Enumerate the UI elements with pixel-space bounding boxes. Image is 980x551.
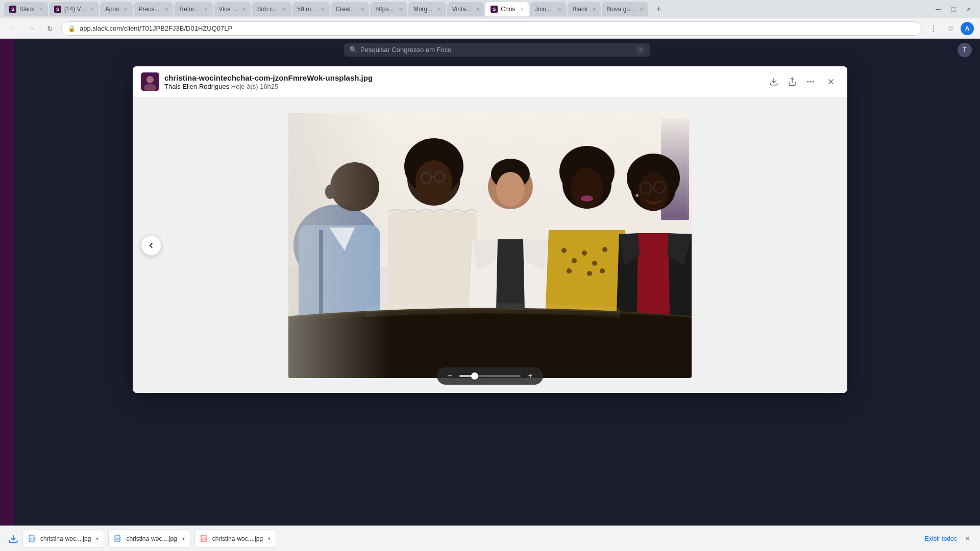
search-icon: 🔍: [349, 46, 357, 54]
tab-label: Morg...: [413, 6, 432, 13]
file-icon-3: JPG: [200, 535, 208, 543]
svg-text:JPG: JPG: [116, 537, 121, 540]
tab-close-icon[interactable]: ×: [361, 6, 364, 12]
close-window-button[interactable]: ×: [962, 2, 976, 16]
slack-search[interactable]: 🔍 Pesquisar Congresso em Foco ?: [344, 43, 650, 57]
tab-close-icon[interactable]: ×: [321, 6, 324, 12]
download-chevron-2[interactable]: ▾: [182, 536, 185, 541]
image-viewer: christina-wocintechchat-com-jzonFmreWok-…: [133, 66, 847, 393]
tab-close-icon[interactable]: ×: [558, 6, 561, 12]
tab-label: https...: [375, 6, 394, 13]
tab-close-icon[interactable]: ×: [437, 6, 440, 12]
tab-label-chris: Chris: [501, 6, 515, 13]
tab-sob[interactable]: Sob c... ×: [252, 2, 291, 16]
svg-point-40: [587, 271, 592, 276]
download-button[interactable]: [766, 73, 782, 90]
user-avatar[interactable]: T: [958, 43, 972, 57]
share-button[interactable]: [784, 73, 800, 90]
close-downloads-button[interactable]: ×: [963, 532, 972, 545]
download-name-3: christina-woc....jpg: [212, 535, 263, 542]
download-item-3[interactable]: JPG christina-woc....jpg ▾: [194, 530, 276, 548]
tab-close-icon[interactable]: ×: [283, 6, 286, 12]
more-options-button[interactable]: [802, 73, 819, 90]
tab-close-icon[interactable]: ×: [39, 6, 42, 12]
extensions-button[interactable]: ⋮: [926, 21, 940, 36]
lock-icon: 🔒: [68, 25, 76, 32]
svg-point-44: [638, 172, 669, 211]
download-item-1[interactable]: JPG christina-woc....jpg ▾: [22, 530, 104, 548]
svg-point-39: [567, 268, 572, 273]
tab-close-icon[interactable]: ×: [204, 6, 207, 12]
zoom-slider-track[interactable]: [459, 375, 521, 377]
viewer-body: − +: [133, 97, 847, 393]
zoom-out-button[interactable]: −: [444, 370, 455, 382]
maximize-button[interactable]: □: [946, 2, 961, 16]
new-tab-button[interactable]: +: [651, 2, 666, 16]
tab-14v[interactable]: S (14) V... ×: [49, 2, 99, 16]
tab-refor[interactable]: Refor... ×: [174, 2, 212, 16]
tab-creat[interactable]: Creat... ×: [331, 2, 370, 16]
tab-slack[interactable]: S Slack ×: [4, 2, 48, 16]
svg-point-7: [813, 81, 814, 83]
tab-chris[interactable]: S Chris ×: [485, 2, 528, 16]
tab-label: Refor...: [179, 6, 199, 13]
tab-close-icon[interactable]: ×: [124, 6, 127, 12]
svg-point-34: [561, 248, 567, 253]
tab-preca[interactable]: Preca... ×: [134, 2, 174, 16]
tab-close-icon[interactable]: ×: [242, 6, 246, 12]
tab-vice[interactable]: Vice ... ×: [214, 2, 251, 16]
zoom-in-button[interactable]: +: [525, 370, 536, 382]
zoom-controls: − +: [437, 367, 543, 385]
tab-close-icon[interactable]: ×: [90, 6, 93, 12]
tab-close-icon[interactable]: ×: [476, 6, 479, 12]
back-button[interactable]: ←: [6, 21, 20, 36]
tab-vinta[interactable]: Vinta... ×: [447, 2, 485, 16]
download-chevron-3[interactable]: ▾: [268, 536, 271, 541]
tab-nova[interactable]: Nova gu... ×: [602, 2, 648, 16]
svg-point-6: [810, 81, 812, 83]
tab-apos[interactable]: Após ×: [100, 2, 133, 16]
uploader-avatar: [141, 72, 159, 91]
tab-label-black: Black: [573, 6, 587, 13]
reload-button[interactable]: ↻: [43, 21, 57, 36]
download-chevron-1[interactable]: ▾: [96, 536, 99, 541]
slack-sidebar: [0, 39, 14, 525]
address-text: app.slack.com/client/T01JPB2FJ3B/D01HZUQ…: [80, 24, 232, 32]
download-item-2[interactable]: JPG christina-woc....jpg ▾: [108, 530, 190, 548]
minimize-button[interactable]: ─: [931, 2, 945, 16]
svg-point-36: [582, 251, 587, 256]
bookmark-button[interactable]: ☆: [943, 21, 958, 36]
previous-image-button[interactable]: [141, 235, 161, 256]
address-bar[interactable]: 🔒 app.slack.com/client/T01JPB2FJ3B/D01HZ…: [61, 21, 922, 36]
tab-favicon-active: S: [491, 6, 498, 13]
tab-morg[interactable]: Morg... ×: [408, 2, 446, 16]
viewer-filename: christina-wocintechchat-com-jzonFmreWok-…: [164, 73, 766, 83]
tab-join[interactable]: Join ... ×: [530, 2, 567, 16]
tab-close-icon[interactable]: ×: [165, 6, 168, 12]
upload-time: Hoje à(s) 16h25: [231, 83, 279, 90]
toolbar-right: ⋮ ☆ A: [926, 21, 974, 36]
browser-toolbar: ← → ↻ 🔒 app.slack.com/client/T01JPB2FJ3B…: [0, 18, 980, 39]
show-all-downloads-button[interactable]: Exibir todos: [925, 535, 957, 542]
tab-close-icon[interactable]: ×: [520, 6, 523, 12]
tab-close-icon[interactable]: ×: [640, 6, 643, 12]
tab-label: Join ...: [535, 6, 553, 13]
downloads-bar: JPG christina-woc....jpg ▾ JPG christina…: [0, 525, 980, 551]
zoom-slider-thumb[interactable]: [471, 372, 478, 380]
tab-https[interactable]: https... ×: [370, 2, 407, 16]
forward-button[interactable]: →: [24, 21, 39, 36]
tab-close-icon[interactable]: ×: [399, 6, 402, 12]
downloads-right: Exibir todos ×: [925, 532, 972, 545]
svg-point-48: [635, 194, 639, 197]
svg-point-35: [572, 258, 577, 263]
tab-label: Vinta...: [452, 6, 471, 13]
tab-close-icon[interactable]: ×: [593, 6, 596, 12]
profile-avatar[interactable]: A: [961, 22, 974, 35]
svg-text:JPG: JPG: [202, 537, 207, 540]
tab-59m[interactable]: 59 m... ×: [292, 2, 330, 16]
user-initials: T: [963, 46, 966, 54]
tab-black[interactable]: Black ×: [568, 2, 601, 16]
close-viewer-button[interactable]: [823, 73, 839, 90]
tab-label: Nova gu...: [607, 6, 635, 13]
svg-point-41: [600, 268, 605, 273]
